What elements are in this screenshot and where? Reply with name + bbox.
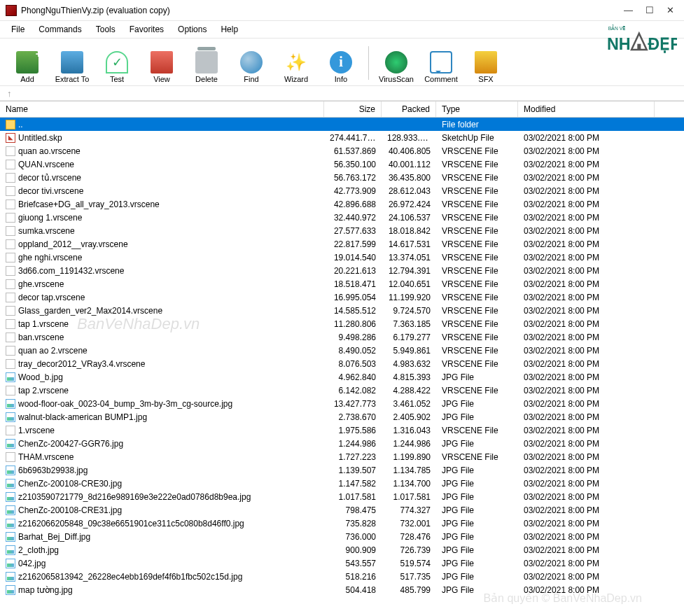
table-row[interactable]: ghe.vrscene18.518.47112.040.651VRSCENE F… <box>0 277 684 290</box>
up-icon[interactable]: ↑ <box>7 88 12 99</box>
table-row[interactable]: decor tap.vrscene16.995.05411.199.920VRS… <box>0 290 684 304</box>
table-row[interactable]: quan ao.vrscene61.537.86940.406.805VRSCE… <box>0 144 684 158</box>
file-packed: 4.983.632 <box>382 359 436 369</box>
toolbar-find[interactable]: Find <box>230 41 273 85</box>
file-packed: 732.001 <box>382 519 436 528</box>
col-name[interactable]: Name <box>0 102 324 117</box>
toolbar-test[interactable]: Test <box>95 41 139 85</box>
toolbar-sfx[interactable]: SFX <box>464 41 508 85</box>
table-row[interactable]: Glass_garden_ver2_Max2014.vrscene14.585.… <box>0 304 684 317</box>
file-type: VRSCENE File <box>436 279 518 289</box>
list-header: Name Size Packed Type Modified <box>0 101 684 118</box>
table-row[interactable]: ChenZc-200427-GGR76.jpg1.244.9861.244.98… <box>0 437 684 450</box>
table-row[interactable]: ban.vrscene9.498.2866.179.277VRSCENE Fil… <box>0 330 684 344</box>
table-row[interactable]: walnut-black-american BUMP1.jpg2.738.670… <box>0 410 684 424</box>
table-row[interactable]: tap 1.vrscene11.280.8067.363.185VRSCENE … <box>0 317 684 330</box>
file-name: z2162065813942_26228ec4ebb169def4f6b1fbc… <box>18 572 242 582</box>
file-list[interactable]: ..File folderUntitled.skp274.441.745128.… <box>0 118 684 616</box>
table-row[interactable]: z2162066205848_09c38e6651901ce311c5c080b… <box>0 517 684 530</box>
toolbar-virusscan[interactable]: VirusScan <box>375 41 418 85</box>
file-icon <box>6 479 15 489</box>
file-name: ban.vrscene <box>18 332 64 342</box>
table-row[interactable]: tap 2.vrscene6.142.0824.288.422VRSCENE F… <box>0 384 684 397</box>
table-row[interactable]: Barhat_Bej_Diff.jpg736.000728.476JPG Fil… <box>0 530 684 543</box>
file-icon <box>6 386 15 396</box>
table-row[interactable]: Briefcase+DG_all_vray_2013.vrscene42.896… <box>0 197 684 211</box>
table-row[interactable]: decor tủ.vrscene56.763.17236.435.800VRSC… <box>0 171 684 184</box>
toolbar-comment[interactable]: Comment <box>419 41 463 85</box>
file-size: 504.418 <box>324 585 382 595</box>
toolbar-wizard[interactable]: ✨Wizard <box>274 41 318 85</box>
file-packed: 12.040.651 <box>382 279 436 289</box>
menu-tools[interactable]: Tools <box>89 22 123 36</box>
file-icon <box>6 492 15 502</box>
table-row[interactable]: tray_decor2012_VRay3.4.vrscene8.076.5034… <box>0 357 684 370</box>
maximize-button[interactable]: ☐ <box>645 5 654 15</box>
table-row[interactable]: 042.jpg543.557519.574JPG File03/02/2021 … <box>0 556 684 570</box>
menu-file[interactable]: File <box>4 22 32 36</box>
file-type: JPG File <box>436 585 518 595</box>
file-icon <box>6 306 15 316</box>
table-row[interactable]: z2103590721779_8d216e989169e3e222e0ad078… <box>0 490 684 503</box>
file-type: VRSCENE File <box>436 386 518 396</box>
menu-options[interactable]: Options <box>171 22 214 36</box>
file-icon <box>6 372 15 382</box>
toolbar-delete[interactable]: Delete <box>185 41 228 85</box>
table-row[interactable]: 2_cloth.jpg900.909726.739JPG File03/02/2… <box>0 543 684 556</box>
table-row[interactable]: QUAN.vrscene56.350.10040.001.112VRSCENE … <box>0 158 684 171</box>
table-row[interactable]: wood-floor-oak_0023-04_bump_3m-by-3m_cg-… <box>0 397 684 410</box>
file-type: VRSCENE File <box>436 160 518 169</box>
table-row[interactable]: quan ao 2.vrscene8.490.0525.949.861VRSCE… <box>0 344 684 357</box>
file-size: 2.738.670 <box>324 412 382 422</box>
table-row[interactable]: Wood_b.jpg4.962.8404.815.393JPG File03/0… <box>0 370 684 384</box>
col-size[interactable]: Size <box>324 102 382 117</box>
file-type: JPG File <box>436 479 518 489</box>
toolbar-extract-to[interactable]: Extract To <box>50 41 94 85</box>
table-row[interactable]: Untitled.skp274.441.745128.933.302Sketch… <box>0 131 684 144</box>
file-icon <box>6 359 15 369</box>
menu-favorites[interactable]: Favorites <box>123 22 171 36</box>
breadcrumb[interactable]: ↑ <box>0 85 684 101</box>
col-type[interactable]: Type <box>436 102 518 117</box>
col-packed[interactable]: Packed <box>382 102 436 117</box>
table-row[interactable]: z2162065813942_26228ec4ebb169def4f6b1fbc… <box>0 570 684 583</box>
table-row[interactable]: 3d66.com_1191432.vrscene20.221.61312.794… <box>0 264 684 277</box>
file-name: QUAN.vrscene <box>18 160 74 169</box>
toolbar-info[interactable]: Info <box>319 41 363 85</box>
file-size: 1.975.586 <box>324 426 382 435</box>
menu-help[interactable]: Help <box>214 22 245 36</box>
file-packed: 519.574 <box>382 559 436 568</box>
table-row[interactable]: ChenZc-200108-CRE31.jpg798.475774.327JPG… <box>0 503 684 517</box>
file-size: 19.014.540 <box>324 253 382 262</box>
col-modified[interactable]: Modified <box>518 102 655 117</box>
test-icon <box>106 51 128 74</box>
minimize-button[interactable]: — <box>624 5 633 15</box>
table-row[interactable]: map tường.jpg504.418485.799JPG File03/02… <box>0 583 684 596</box>
file-size: 518.216 <box>324 572 382 582</box>
file-packed: 774.327 <box>382 505 436 515</box>
table-row[interactable]: THAM.vrscene1.727.2231.199.890VRSCENE Fi… <box>0 450 684 463</box>
close-button[interactable]: ✕ <box>666 5 674 15</box>
parent-folder-row[interactable]: ..File folder <box>0 118 684 131</box>
toolbar-add[interactable]: Add <box>6 41 49 85</box>
toolbar-label: Info <box>335 75 347 83</box>
table-row[interactable]: decor tivi.vrscene42.773.90928.612.043VR… <box>0 184 684 197</box>
file-modified: 03/02/2021 8:00 PM <box>518 585 655 595</box>
file-type: VRSCENE File <box>436 359 518 369</box>
toolbar-view[interactable]: View <box>140 41 183 85</box>
menu-commands[interactable]: Commands <box>32 22 88 36</box>
file-size: 27.577.633 <box>324 226 382 236</box>
table-row[interactable]: oppland_2012__vray.vrscene22.817.59914.6… <box>0 237 684 251</box>
table-row[interactable]: sumka.vrscene27.577.63318.018.842VRSCENE… <box>0 224 684 237</box>
table-row[interactable]: 1.vrscene1.975.5861.316.043VRSCENE File0… <box>0 424 684 437</box>
table-row[interactable]: ghe nghi.vrscene19.014.54013.374.051VRSC… <box>0 251 684 264</box>
table-row[interactable]: ChenZc-200108-CRE30.jpg1.147.5821.134.70… <box>0 477 684 490</box>
table-row[interactable]: 6b6963b29938.jpg1.139.5071.134.785JPG Fi… <box>0 463 684 477</box>
file-modified: 03/02/2021 8:00 PM <box>518 306 655 316</box>
file-size: 1.147.582 <box>324 479 382 489</box>
file-icon <box>6 399 15 409</box>
table-row[interactable]: giuong 1.vrscene32.440.97224.106.537VRSC… <box>0 211 684 224</box>
file-packed: 128.933.302 <box>382 133 436 143</box>
file-packed: 18.018.842 <box>382 226 436 236</box>
file-modified: 03/02/2021 8:00 PM <box>518 505 655 515</box>
